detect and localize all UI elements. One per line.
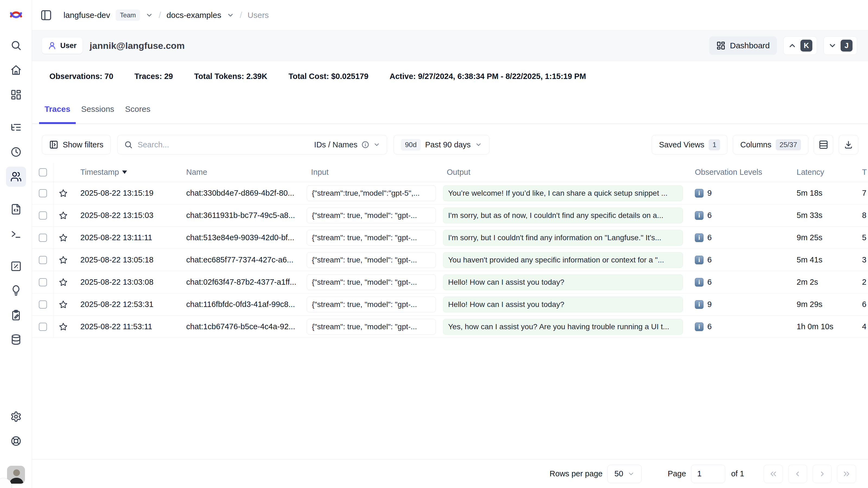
dashboard-button[interactable]: Dashboard — [709, 36, 777, 55]
traces-table: Timestamp Name Input Output Observation … — [32, 162, 868, 338]
page-number-input[interactable] — [691, 465, 725, 483]
table-row[interactable]: 2025-08-22 13:05:18 chat:ec685f77-7374-4… — [32, 249, 868, 271]
export-button[interactable] — [839, 135, 858, 154]
sidebar-item-datasets[interactable] — [6, 330, 26, 349]
chevron-down-icon[interactable] — [227, 11, 234, 19]
bookmark-star-icon[interactable] — [54, 233, 73, 242]
stat-total-tokens: Total Tokens: 2.39K — [194, 72, 267, 81]
last-page-button[interactable] — [837, 465, 856, 483]
sidebar-item-dashboards[interactable] — [6, 85, 26, 105]
date-range-badge: 90d — [401, 139, 421, 151]
trace-name[interactable]: chat:3611931b-bc77-49c5-a8... — [179, 211, 304, 220]
row-checkbox[interactable] — [39, 256, 47, 264]
bookmark-star-icon[interactable] — [54, 211, 73, 220]
trace-output-preview[interactable]: You’re welcome! If you’d like, I can sha… — [443, 185, 683, 201]
trace-output-preview[interactable]: You haven't provided any specific inform… — [443, 252, 683, 268]
saved-views-count: 1 — [709, 139, 720, 150]
sidebar-item-users[interactable] — [6, 166, 26, 187]
next-user-button[interactable]: J — [824, 36, 857, 55]
trace-input-preview[interactable]: {"stream":true,"model":"gpt-5",... — [307, 185, 436, 201]
sidebar-item-prompts[interactable] — [6, 199, 26, 219]
trace-input-preview[interactable]: {"stream": true, "model": "gpt-... — [307, 252, 436, 268]
first-page-button[interactable] — [764, 465, 783, 483]
columns-button[interactable]: Columns 25/37 — [733, 135, 808, 154]
trace-input-preview[interactable]: {"stream": true, "model": "gpt-... — [307, 230, 436, 246]
show-filters-label: Show filters — [63, 140, 103, 149]
sidebar-item-search[interactable] — [6, 35, 26, 55]
bookmark-star-icon[interactable] — [54, 300, 73, 309]
trace-name[interactable]: chat:116fbfdc-0fd3-41af-99c8... — [179, 300, 304, 309]
search-box: IDs / Names — [117, 135, 387, 154]
trace-input-preview[interactable]: {"stream": true, "model": "gpt-... — [307, 319, 436, 335]
trace-name[interactable]: chat:02f63f47-87b2-4377-a1ff... — [179, 278, 304, 286]
header-truncated: T — [855, 168, 868, 177]
trace-name[interactable]: chat:ec685f77-7374-427c-a6... — [179, 255, 304, 264]
bookmark-star-icon[interactable] — [54, 278, 73, 287]
trace-name[interactable]: chat:330bd4e7-d869-4b2f-80... — [179, 189, 304, 197]
breadcrumb-separator: / — [240, 10, 242, 20]
sidebar-item-evaluation[interactable] — [6, 256, 26, 276]
sidebar-item-playground[interactable] — [6, 224, 26, 244]
header-timestamp[interactable]: Timestamp — [73, 168, 179, 177]
sidebar-item-lightbulb[interactable] — [6, 280, 26, 301]
bookmark-star-icon[interactable] — [54, 255, 73, 265]
trace-output-preview[interactable]: Yes, how can I assist you? Are you havin… — [443, 319, 683, 335]
previous-user-button[interactable]: K — [783, 36, 817, 55]
search-mode-select[interactable]: IDs / Names — [314, 140, 380, 149]
row-checkbox[interactable] — [39, 301, 47, 309]
search-input[interactable] — [137, 140, 309, 149]
truncated-column-value: 6 — [855, 300, 868, 309]
trace-input-preview[interactable]: {"stream": true, "model": "gpt-... — [307, 274, 436, 290]
row-height-button[interactable] — [814, 135, 833, 154]
row-checkbox[interactable] — [39, 323, 47, 331]
trace-timestamp: 2025-08-22 12:53:31 — [73, 300, 179, 309]
saved-views-button[interactable]: Saved Views 1 — [652, 135, 728, 154]
previous-page-button[interactable] — [788, 465, 807, 483]
row-checkbox[interactable] — [39, 278, 47, 286]
trace-input-preview[interactable]: {"stream": true, "model": "gpt-... — [307, 297, 436, 312]
sidebar-item-support[interactable] — [6, 431, 26, 451]
panel-toggle-icon[interactable] — [40, 9, 52, 21]
sidebar-item-annotation[interactable] — [6, 305, 26, 325]
stat-observations: Observations: 70 — [50, 72, 113, 81]
table-row[interactable]: 2025-08-22 13:15:03 chat:3611931b-bc77-4… — [32, 204, 868, 226]
sidebar-item-sessions[interactable] — [6, 142, 26, 162]
user-icon — [48, 41, 57, 50]
tab-scores[interactable]: Scores — [120, 104, 156, 123]
sidebar-item-settings[interactable] — [6, 406, 26, 427]
trace-output-preview[interactable]: I'm sorry, but as of now, I couldn't fin… — [443, 208, 683, 223]
trace-name[interactable]: chat:1cb67476-b5ce-4c4a-92... — [179, 322, 304, 331]
table-row[interactable]: 2025-08-22 13:11:11 chat:513e84e9-9039-4… — [32, 226, 868, 249]
breadcrumb-org[interactable]: langfuse-dev — [63, 10, 110, 20]
table-row[interactable]: 2025-08-22 12:53:31 chat:116fbfdc-0fd3-4… — [32, 294, 868, 316]
tab-traces[interactable]: Traces — [39, 104, 76, 123]
trace-input-preview[interactable]: {"stream": true, "model": "gpt-... — [307, 208, 436, 223]
table-row[interactable]: 2025-08-22 13:15:19 chat:330bd4e7-d869-4… — [32, 182, 868, 204]
observation-level-count: 9 — [707, 300, 712, 309]
show-filters-button[interactable]: Show filters — [42, 135, 111, 154]
bookmark-star-icon[interactable] — [54, 189, 73, 198]
trace-name[interactable]: chat:513e84e9-9039-42d0-bf... — [179, 233, 304, 242]
table-row[interactable]: 2025-08-22 11:53:11 chat:1cb67476-b5ce-4… — [32, 316, 868, 338]
observation-level-count: 6 — [707, 255, 712, 264]
bookmark-star-icon[interactable] — [54, 322, 73, 331]
date-range-button[interactable]: 90d Past 90 days — [394, 135, 489, 154]
row-checkbox[interactable] — [39, 234, 47, 242]
next-page-button[interactable] — [813, 465, 832, 483]
langfuse-logo-icon[interactable] — [9, 8, 23, 22]
row-checkbox[interactable] — [39, 189, 47, 197]
select-all-checkbox[interactable] — [39, 168, 47, 176]
chevron-down-icon[interactable] — [146, 11, 153, 19]
tab-sessions[interactable]: Sessions — [76, 104, 120, 123]
page-size-select[interactable]: 50 — [608, 465, 642, 483]
trace-output-preview[interactable]: I'm sorry, but I couldn't find any infor… — [443, 230, 683, 246]
breadcrumb-project[interactable]: docs-examples — [166, 10, 221, 20]
sidebar-item-tracing[interactable] — [6, 117, 26, 138]
row-checkbox[interactable] — [39, 211, 47, 220]
search-icon — [124, 140, 133, 149]
table-row[interactable]: 2025-08-22 13:03:08 chat:02f63f47-87b2-4… — [32, 271, 868, 294]
trace-output-cell: You haven't provided any specific inform… — [439, 252, 686, 268]
sidebar-item-home[interactable] — [6, 60, 26, 80]
trace-output-preview[interactable]: Hello! How can I assist you today? — [443, 297, 683, 312]
trace-output-preview[interactable]: Hello! How can I assist you today? — [443, 274, 683, 290]
